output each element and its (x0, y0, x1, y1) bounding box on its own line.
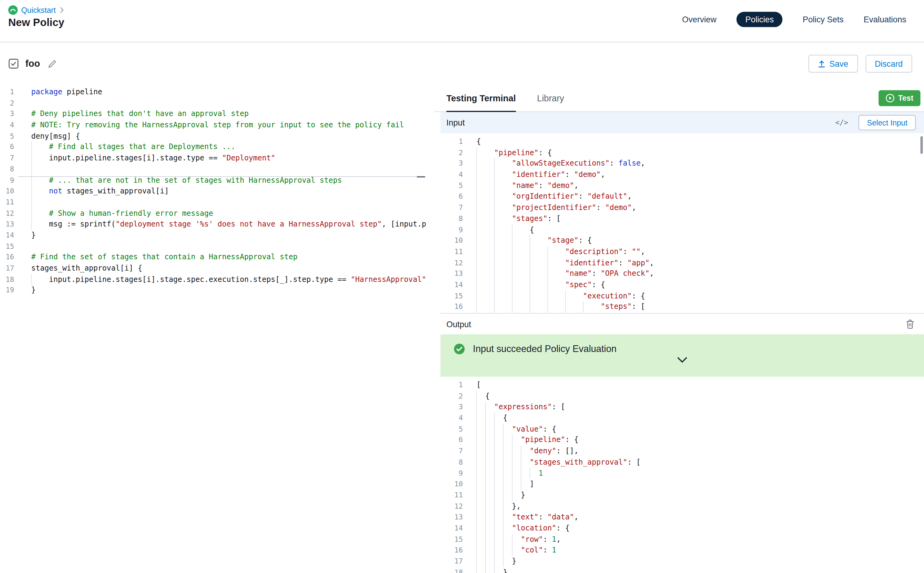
tab-policy-sets[interactable]: Policy Sets (803, 15, 844, 24)
code-line[interactable]: 15 (0, 241, 434, 252)
save-button[interactable]: Save (808, 55, 858, 72)
evaluation-status-text: Input succeeded Policy Evaluation (473, 344, 617, 354)
code-line[interactable]: 11 "description": "", (440, 246, 924, 257)
code-text: "name": "OPA check", (476, 268, 924, 279)
select-input-button[interactable]: Select Input (859, 115, 916, 130)
code-line[interactable]: 5 "value": { (440, 424, 924, 435)
code-line[interactable]: 10 ] (440, 479, 924, 490)
code-line[interactable]: 12 # Show a human-friendly error message (0, 208, 434, 219)
scrollbar-thumb[interactable] (920, 136, 923, 154)
test-button[interactable]: Test (879, 90, 920, 106)
code-line[interactable]: 8 "stages_with_approval": [ (440, 457, 924, 468)
code-line[interactable]: 4 { (440, 413, 924, 424)
code-text (31, 197, 434, 208)
input-title: Input (446, 118, 835, 127)
tab-evaluations[interactable]: Evaluations (864, 15, 906, 24)
line-number: 6 (440, 435, 463, 446)
code-line[interactable]: 17 } (440, 556, 924, 567)
tab-overview[interactable]: Overview (682, 15, 716, 24)
line-number: 11 (0, 197, 14, 208)
line-number: 3 (440, 158, 463, 169)
code-line[interactable]: 7 "projectIdentifier": "demo", (440, 202, 924, 213)
code-line[interactable]: 2 { (440, 391, 924, 402)
rego-editor[interactable]: 1package pipeline23# Deny pipelines that… (0, 85, 434, 573)
collapsed-region-dash (417, 176, 425, 177)
code-line[interactable]: 11 } (440, 490, 924, 501)
code-line[interactable]: 16 "col": 1 (440, 545, 924, 556)
code-line[interactable]: 10 "stage": { (440, 235, 924, 246)
code-line[interactable]: 12 }, (440, 501, 924, 512)
code-line[interactable]: 13 "name": "OPA check", (440, 268, 924, 279)
expand-details-button[interactable] (677, 357, 688, 363)
code-text: } (476, 556, 924, 567)
line-number: 5 (440, 180, 463, 191)
code-line[interactable]: 6 "pipeline": { (440, 435, 924, 446)
code-line[interactable]: 3# Deny pipelines that don't have an app… (0, 109, 434, 120)
code-line[interactable]: 8 (0, 164, 434, 175)
code-line[interactable]: 15 "row": 1, (440, 534, 924, 545)
line-number: 15 (0, 241, 14, 252)
code-line[interactable]: 3 "allowStageExecutions": false, (440, 158, 924, 169)
code-line[interactable]: 13 "text": "data", (440, 512, 924, 523)
code-line[interactable]: 14 "spec": { (440, 279, 924, 290)
code-line[interactable]: 7 input.pipeline.stages[i].stage.type ==… (0, 153, 434, 164)
code-text: input.pipeline.stages[i].stage.type == "… (31, 153, 434, 164)
edit-name-button[interactable] (47, 58, 58, 69)
code-line[interactable]: 18 } (440, 567, 924, 573)
code-line[interactable]: 12 "identifier": "app", (440, 257, 924, 268)
tab-testing-terminal[interactable]: Testing Terminal (446, 85, 516, 111)
tab-policies[interactable]: Policies (737, 12, 783, 27)
line-number: 18 (0, 274, 14, 285)
code-text: # Show a human-friendly error message (31, 208, 434, 219)
code-line[interactable]: 17stages_with_approval[i] { (0, 263, 434, 274)
code-line[interactable]: 15 "execution": { (440, 290, 924, 302)
code-line[interactable]: 3 "expressions": [ (440, 402, 924, 413)
code-text: "orgIdentifier": "default", (476, 191, 924, 202)
code-line[interactable]: 8 "stages": [ (440, 213, 924, 224)
discard-button[interactable]: Discard (865, 55, 912, 72)
code-text: "pipeline": { (476, 147, 924, 158)
code-line[interactable]: 9 { (440, 224, 924, 235)
code-line[interactable]: 18 input.pipeline.stages[i].stage.spec.e… (0, 274, 434, 285)
code-text: { (476, 391, 924, 402)
code-line[interactable]: 4# NOTE: Try removing the HarnessApprova… (0, 120, 434, 131)
code-line[interactable]: 14 "location": { (440, 523, 924, 534)
line-number: 3 (440, 402, 463, 413)
code-line[interactable]: 6 # Find all stages that are Deployments… (0, 142, 434, 153)
line-number: 1 (0, 87, 14, 98)
breadcrumb-quickstart-link[interactable]: Quickstart (21, 6, 56, 14)
code-text: }, (476, 501, 924, 512)
line-number: 1 (440, 380, 463, 391)
code-line[interactable]: 6 "orgIdentifier": "default", (440, 191, 924, 202)
code-line[interactable]: 1{ (440, 136, 924, 147)
tab-library[interactable]: Library (537, 85, 564, 111)
output-json-viewer[interactable]: 1[2 {3 "expressions": [4 {5 "value": {6 … (440, 377, 924, 573)
code-text (31, 241, 434, 252)
code-line[interactable]: 7 "deny": [], (440, 446, 924, 457)
code-line[interactable]: 1package pipeline (0, 87, 434, 98)
input-json-editor[interactable]: 1{2 "pipeline": {3 "allowStageExecutions… (440, 133, 924, 313)
clear-output-button[interactable] (904, 318, 916, 330)
code-line[interactable]: 13 msg := sprintf("deployment stage '%s'… (0, 219, 434, 230)
code-line[interactable]: 2 "pipeline": { (440, 147, 924, 158)
code-text (31, 164, 434, 175)
code-line[interactable]: 5 "name": "demo", (440, 180, 924, 191)
code-line[interactable]: 9 1 (440, 468, 924, 479)
code-line[interactable]: 2 (0, 98, 434, 109)
code-line[interactable]: 4 "identifier": "demo", (440, 169, 924, 180)
code-line[interactable]: 14} (0, 230, 434, 241)
code-line[interactable]: 1[ (440, 380, 924, 391)
chevron-right-icon (60, 7, 64, 13)
code-line[interactable]: 19} (0, 285, 434, 296)
code-text: # Find the set of stages that contain a … (31, 252, 434, 263)
code-line[interactable]: 10 not stages_with_approval[i] (0, 186, 434, 197)
code-line[interactable]: 11 (0, 197, 434, 208)
line-number: 4 (0, 120, 14, 131)
breadcrumb: Quickstart (8, 5, 64, 15)
line-number: 6 (0, 142, 14, 153)
code-line[interactable]: 16 "steps": [ (440, 302, 924, 313)
code-view-icon[interactable]: </> (835, 119, 848, 127)
code-line[interactable]: 5deny[msg] { (0, 131, 434, 142)
code-line[interactable]: 16# Find the set of stages that contain … (0, 252, 434, 263)
output-title: Output (446, 319, 471, 329)
